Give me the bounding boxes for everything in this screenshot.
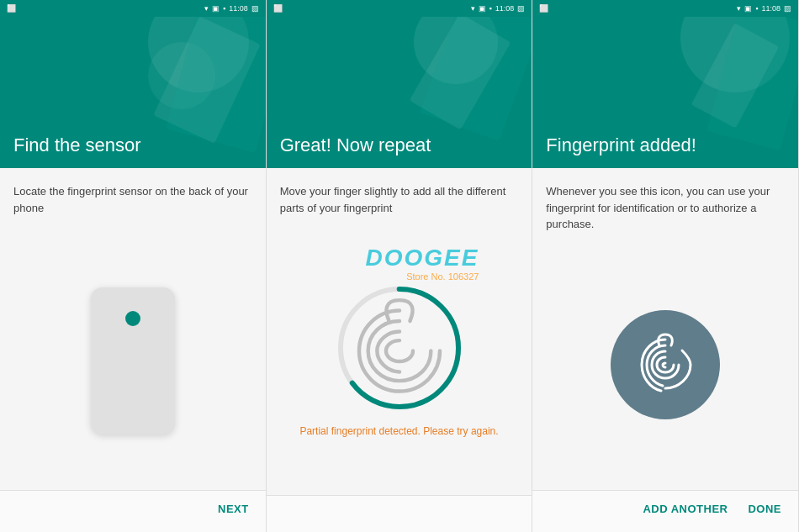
signal-icon-2: ▣	[479, 4, 486, 13]
screen3-actions: ADD ANOTHER DONE	[532, 490, 798, 532]
screen2-content: Move your finger slightly to add all the…	[267, 168, 532, 495]
battery-icon-3: ▪	[755, 4, 758, 13]
screen3-content: Whenever you see this icon, you can use …	[532, 168, 798, 490]
status-bar-2: ⬜ ▾ ▣ ▪ 11:08 ▨	[267, 0, 532, 17]
gallery-icon-3: ▨	[784, 4, 791, 13]
fingerprint-progress-container: Partial fingerprint detected. Please try…	[280, 238, 519, 480]
time-1: 11:08	[229, 4, 248, 13]
fingerprint-added-svg	[632, 331, 699, 398]
signal-icon-3: ▣	[744, 4, 752, 13]
screen2-header: Great! Now repeat	[267, 17, 532, 168]
screen3-description: Whenever you see this icon, you can use …	[546, 183, 785, 233]
partial-text: Partial fingerprint detected. Please try…	[299, 425, 498, 437]
battery-icon-2: ▪	[489, 4, 492, 13]
status-bar-1: ⬜ ▾ ▣ ▪ 11:08 ▨	[0, 0, 266, 17]
screen2-description: Move your finger slightly to add all the…	[280, 183, 519, 216]
screen1-title: Find the sensor	[13, 134, 252, 156]
screen1-actions: NEXT	[0, 490, 266, 532]
screens-wrapper: ⬜ ▾ ▣ ▪ 11:08 ▨ Find the sensor Locate t…	[0, 0, 799, 532]
sensor-dot	[125, 311, 140, 326]
fingerprint-circle-icon	[611, 310, 720, 419]
phone-body	[91, 287, 175, 435]
status-bar-3: ⬜ ▾ ▣ ▪ 11:08 ▨	[532, 0, 798, 17]
done-button[interactable]: DONE	[744, 499, 785, 519]
screen-find-sensor: ⬜ ▾ ▣ ▪ 11:08 ▨ Find the sensor Locate t…	[0, 0, 267, 532]
phone-illustration	[13, 246, 252, 475]
screenshot-icon-2: ⬜	[273, 4, 283, 13]
battery-icon-1: ▪	[223, 4, 225, 13]
screenshot-icon-3: ⬜	[539, 4, 548, 13]
fingerprint-svg	[332, 281, 467, 415]
screen2-actions	[267, 495, 532, 532]
gallery-icon-1: ▨	[251, 4, 259, 13]
wifi-icon-1: ▾	[204, 4, 209, 13]
add-another-button[interactable]: ADD ANOTHER	[639, 499, 731, 519]
gallery-icon-2: ▨	[517, 4, 525, 13]
time-2: 11:08	[495, 4, 515, 13]
screenshot-icon: ⬜	[7, 4, 16, 13]
progress-circle	[332, 281, 467, 415]
next-button[interactable]: NEXT	[214, 499, 252, 519]
screen1-header: Find the sensor	[0, 17, 266, 168]
wifi-icon-3: ▾	[737, 4, 741, 13]
screen1-content: Locate the fingerprint sensor on the bac…	[0, 168, 266, 490]
screen2-title: Great! Now repeat	[280, 134, 519, 156]
screen1-description: Locate the fingerprint sensor on the bac…	[13, 183, 252, 216]
time-3: 11:08	[761, 4, 780, 13]
screen-fingerprint-added: ⬜ ▾ ▣ ▪ 11:08 ▨ Fingerprint added! Whene…	[532, 0, 799, 532]
screen3-title: Fingerprint added!	[546, 134, 785, 156]
screen-now-repeat: ⬜ ▾ ▣ ▪ 11:08 ▨ Great! Now repeat Move y…	[267, 0, 533, 532]
fingerprint-added-container	[546, 255, 785, 476]
signal-icon-1: ▣	[212, 4, 220, 13]
screen3-header: Fingerprint added!	[532, 17, 798, 168]
wifi-icon-2: ▾	[471, 4, 475, 13]
